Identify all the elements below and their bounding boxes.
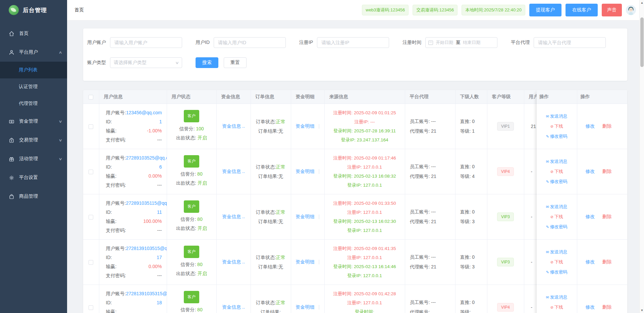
col-user-info: 用户信息 bbox=[99, 90, 167, 104]
fund-detail-link[interactable]: 资金明细 bbox=[296, 259, 314, 264]
login-time-value: 2025-07-28 16:39:11 bbox=[354, 128, 396, 133]
fund-detail-link[interactable]: 资金明细 bbox=[296, 169, 314, 174]
register-ip-field: 注册IP bbox=[299, 37, 389, 48]
scroll-down-icon[interactable]: ▼ bbox=[640, 309, 644, 312]
trade-icon bbox=[9, 137, 14, 143]
fund-info-link[interactable]: 资金信息 .. bbox=[222, 169, 245, 174]
fund-detail-link[interactable]: 资金明细 bbox=[296, 304, 314, 310]
sidebar-item-user-list[interactable]: 用户列表 bbox=[0, 62, 67, 78]
user-extra-value: 21 bbox=[531, 124, 536, 129]
send-message-link[interactable]: ✉发送消息 bbox=[537, 111, 577, 121]
staff-account-value: --- bbox=[431, 300, 436, 305]
avatar[interactable] bbox=[626, 5, 636, 15]
fund-info-link[interactable]: 资金信息 .. bbox=[222, 214, 245, 219]
scroll-up-icon[interactable]: ▲ bbox=[640, 1, 644, 4]
user-id-value: 17 bbox=[157, 253, 162, 262]
sidebar-item-platform-settings[interactable]: 平台设置 bbox=[0, 168, 67, 187]
user-account-link[interactable]: 272891035115@qq.c bbox=[126, 199, 167, 208]
send-message-link[interactable]: ✉发送消息 bbox=[537, 247, 577, 257]
offline-icon: ⊘ bbox=[550, 170, 553, 174]
vip-level-tag: VIP4 bbox=[497, 167, 514, 176]
register-ip-input[interactable] bbox=[317, 37, 389, 48]
row-checkbox[interactable] bbox=[89, 124, 93, 129]
breadcrumb[interactable]: 首页 bbox=[74, 7, 84, 13]
row-checkbox[interactable] bbox=[89, 260, 93, 265]
platform-agent-input[interactable] bbox=[534, 37, 606, 48]
user-account-link[interactable]: 2728139103515@qq bbox=[126, 244, 167, 253]
user-id-value: 6 bbox=[159, 163, 162, 172]
send-message-link[interactable]: ✉发送消息 bbox=[537, 156, 577, 167]
change-password-link[interactable]: ✎修改密码 bbox=[537, 177, 577, 187]
scrollbar-thumb[interactable] bbox=[640, 17, 644, 67]
sidebar-item-home[interactable]: 首页 bbox=[0, 24, 67, 43]
user-extra-value: - bbox=[531, 169, 533, 174]
sidebar-item-funds[interactable]: 资金管理 ∨ bbox=[0, 112, 67, 131]
sidebar-item-activity[interactable]: 活动管理 ∨ bbox=[0, 149, 67, 168]
agent-account-value: 21 bbox=[431, 219, 436, 224]
user-account-input[interactable] bbox=[110, 37, 182, 48]
user-account-link[interactable]: 27281391035315@q bbox=[126, 289, 167, 298]
sidebar-item-goods[interactable]: 商品管理 bbox=[0, 187, 67, 206]
gift-icon bbox=[9, 156, 14, 162]
user-account-link[interactable]: 27289103525@qq.cc bbox=[126, 153, 167, 163]
offline-link[interactable]: ⊘下线 bbox=[537, 302, 577, 312]
reset-button[interactable]: 重置 bbox=[224, 57, 247, 68]
delete-link[interactable]: 删除 bbox=[602, 304, 611, 310]
user-account-field: 用户账户 bbox=[87, 37, 182, 48]
customer-badge: 客户 bbox=[184, 246, 199, 258]
user-extra-value: - bbox=[531, 214, 533, 220]
fund-detail-link[interactable]: 资金明细 bbox=[296, 214, 314, 219]
payout-status-value: 开启 bbox=[198, 226, 207, 231]
row-checkbox[interactable] bbox=[89, 170, 93, 174]
edit-link[interactable]: 修改 bbox=[586, 123, 595, 129]
account-type-select[interactable]: 请选择账户类型 ∨ bbox=[110, 57, 182, 68]
offline-link[interactable]: ⊘下线 bbox=[537, 167, 577, 177]
register-time-field: 注册时间 开始日期 至 结束日期 bbox=[402, 37, 497, 48]
customer-badge: 客户 bbox=[184, 110, 199, 122]
fund-detail-link[interactable]: 资金明细 bbox=[296, 123, 314, 129]
sidebar-item-platform-user[interactable]: 平台用户 ∧ bbox=[0, 43, 67, 62]
offline-link[interactable]: ⊘下线 bbox=[537, 212, 577, 222]
edit-link[interactable]: 修改 bbox=[586, 169, 595, 174]
edit-link[interactable]: 修改 bbox=[586, 259, 595, 264]
register-ip-value: 127.0.0.1 bbox=[363, 255, 382, 260]
online-customers-button[interactable]: 在线客户 bbox=[566, 4, 598, 16]
user-account-link[interactable]: 123456@qq.com bbox=[126, 108, 162, 117]
fund-info-link[interactable]: 资金信息 .. bbox=[222, 259, 245, 264]
edit-link[interactable]: 修改 bbox=[586, 214, 595, 219]
send-message-link[interactable]: ✉发送消息 bbox=[537, 292, 577, 302]
vertical-scrollbar[interactable]: ▲ ▼ bbox=[639, 0, 644, 313]
user-id-input[interactable] bbox=[214, 37, 286, 48]
change-password-link[interactable]: ✎修改密码 bbox=[537, 222, 577, 232]
table-row: 用户账号: 27281391035315@q ID: 18 输赢: 支付密码: … bbox=[83, 285, 568, 313]
delete-link[interactable]: 删除 bbox=[602, 123, 611, 129]
credit-score-value: 80 bbox=[197, 171, 203, 177]
offline-link[interactable]: ⊘下线 bbox=[537, 257, 577, 267]
chevron-down-icon: ∨ bbox=[58, 157, 62, 161]
edit-link[interactable]: 修改 bbox=[586, 304, 595, 310]
date-range-picker[interactable]: 开始日期 至 结束日期 bbox=[425, 37, 497, 48]
delete-link[interactable]: 删除 bbox=[602, 169, 611, 174]
send-message-link[interactable]: ✉发送消息 bbox=[537, 202, 577, 212]
row-checkbox[interactable] bbox=[89, 215, 93, 220]
change-password-link[interactable]: ✎修改密码 bbox=[537, 131, 577, 141]
sidebar-item-trade[interactable]: 交易管理 ∨ bbox=[0, 131, 67, 149]
delete-link[interactable]: 删除 bbox=[602, 259, 611, 264]
fixed-operation-columns: 操作 操作 ✉发送消息 ⊘下线 ✎修改密码 修改 删除 ✉发送消息 ⊘下线 ✎修… bbox=[537, 90, 627, 313]
row-checkbox[interactable] bbox=[89, 305, 93, 310]
search-button[interactable]: 搜索 bbox=[196, 57, 218, 68]
withdraw-customers-button[interactable]: 提现客户 bbox=[529, 4, 561, 16]
fund-info-link[interactable]: 资金信息 .. bbox=[222, 304, 245, 310]
sound-button[interactable]: 声音 bbox=[602, 4, 622, 16]
register-ip-value: 127.0.0.1 bbox=[363, 165, 382, 170]
select-all-checkbox[interactable] bbox=[89, 95, 93, 100]
sidebar-item-auth-manage[interactable]: 认证管理 bbox=[0, 78, 67, 95]
sidebar-item-agent-manage[interactable]: 代理管理 bbox=[0, 95, 67, 112]
delete-link[interactable]: 删除 bbox=[602, 214, 611, 219]
offline-link[interactable]: ⊘下线 bbox=[537, 121, 577, 131]
fund-info-link[interactable]: 资金信息 .. bbox=[222, 123, 245, 129]
edit-icon: ✎ bbox=[546, 134, 549, 138]
order-result-value: 无 bbox=[278, 174, 283, 179]
register-ip-value: 127.0.0.1 bbox=[363, 210, 382, 215]
change-password-link[interactable]: ✎修改密码 bbox=[537, 267, 577, 277]
